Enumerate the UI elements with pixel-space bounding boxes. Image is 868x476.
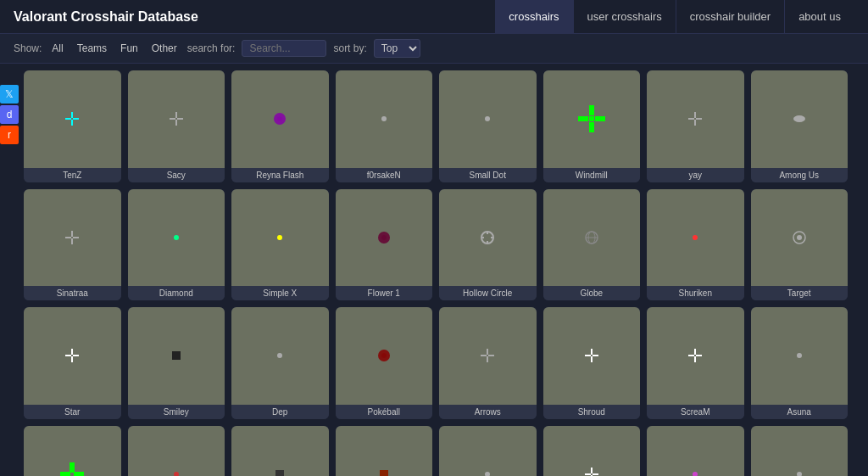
card-image-11 (336, 189, 433, 287)
card-ScreaM[interactable]: ScreaM (647, 307, 744, 419)
svg-point-9 (277, 116, 282, 121)
svg-rect-51 (481, 355, 487, 356)
card-label-22: ScreaM (647, 405, 744, 419)
nav-about[interactable]: about us (784, 0, 854, 34)
card-29[interactable] (543, 426, 641, 477)
crosshair-grid: TenZ Sacy Reyna Flash f0rsakeN Small Dot… (24, 70, 848, 476)
card-label-4: Small Dot (439, 168, 537, 182)
svg-rect-0 (71, 112, 73, 118)
card-image-14 (647, 189, 744, 287)
svg-rect-14 (578, 116, 588, 121)
card-yay[interactable]: yay (647, 70, 744, 182)
card-Shuriken[interactable]: Shuriken (647, 189, 744, 301)
svg-rect-49 (487, 349, 488, 355)
card-label-14: Shuriken (647, 286, 744, 300)
card-Arrows[interactable]: Arrows (439, 307, 537, 419)
svg-point-29 (381, 235, 387, 240)
svg-rect-62 (70, 462, 75, 473)
card-label-21: Shroud (543, 405, 641, 419)
card-Pokéball[interactable]: Pokéball (336, 307, 433, 419)
svg-point-10 (381, 116, 387, 121)
sort-label: sort by: (333, 42, 366, 54)
header: Valorant Crosshair Database crosshairs u… (0, 0, 868, 34)
filter-teams[interactable]: Teams (74, 41, 110, 56)
card-image-30 (647, 426, 744, 477)
svg-rect-73 (593, 473, 598, 475)
card-26[interactable] (231, 426, 329, 477)
card-Hollow Circle[interactable]: Hollow Circle (439, 189, 537, 301)
card-image-29 (543, 426, 641, 477)
svg-rect-18 (694, 120, 696, 126)
card-image-1 (128, 70, 225, 168)
filter-all[interactable]: All (48, 41, 66, 56)
card-image-21 (543, 307, 641, 405)
twitter-button[interactable]: 𝕏 (0, 85, 19, 104)
card-Sinatraa[interactable]: Sinatraa (24, 189, 121, 301)
svg-rect-12 (589, 105, 594, 115)
svg-point-61 (797, 353, 802, 358)
card-image-0 (24, 70, 121, 168)
card-Flower 1[interactable]: Flower 1 (336, 189, 433, 301)
svg-rect-34 (491, 237, 493, 238)
svg-rect-31 (487, 232, 488, 234)
svg-rect-16 (589, 116, 594, 121)
svg-rect-20 (696, 118, 702, 120)
nav-user-crosshairs[interactable]: user crosshairs (573, 0, 676, 34)
card-label-7: Among Us (751, 168, 849, 182)
card-27[interactable] (336, 426, 433, 477)
card-Diamond[interactable]: Diamond (128, 189, 225, 301)
filter-other[interactable]: Other (148, 41, 181, 56)
svg-rect-50 (487, 356, 488, 362)
card-image-23 (751, 307, 849, 405)
card-label-13: Globe (543, 286, 641, 300)
nav-crosshairs[interactable]: crosshairs (495, 0, 572, 34)
svg-rect-42 (71, 356, 73, 362)
svg-rect-23 (71, 238, 73, 244)
card-Shroud[interactable]: Shroud (543, 307, 641, 419)
svg-rect-43 (65, 355, 71, 356)
card-31[interactable] (751, 426, 849, 477)
card-30[interactable] (647, 426, 744, 477)
svg-rect-56 (593, 355, 598, 356)
card-28[interactable] (439, 426, 537, 477)
search-input[interactable] (242, 40, 326, 57)
card-Dep[interactable]: Dep (231, 307, 329, 419)
card-image-8 (24, 189, 121, 287)
card-Windmill[interactable]: Windmill (543, 70, 641, 182)
card-Reyna Flash[interactable]: Reyna Flash (231, 70, 329, 182)
card-Globe[interactable]: Globe (543, 189, 641, 301)
card-f0rsakeN[interactable]: f0rsakeN (336, 70, 433, 182)
card-image-10 (231, 189, 329, 287)
card-24[interactable] (24, 426, 121, 477)
card-label-20: Arrows (439, 405, 537, 419)
card-Asuna[interactable]: Asuna (751, 307, 849, 419)
svg-rect-54 (591, 356, 593, 362)
card-image-19 (336, 307, 433, 405)
card-label-15: Target (751, 286, 849, 300)
card-image-28 (439, 426, 537, 477)
svg-rect-53 (591, 349, 593, 355)
card-Simple X[interactable]: Simple X (231, 189, 329, 301)
search-label: search for: (187, 42, 236, 54)
card-Sacy[interactable]: Sacy (128, 70, 225, 182)
card-25[interactable] (128, 426, 225, 477)
card-label-10: Simple X (231, 286, 329, 300)
card-Star[interactable]: Star (24, 307, 121, 419)
nav-crosshair-builder[interactable]: crosshair builder (676, 0, 784, 34)
card-Small Dot[interactable]: Small Dot (439, 70, 537, 182)
card-Target[interactable]: Target (751, 189, 849, 301)
filter-fun[interactable]: Fun (117, 41, 142, 56)
svg-rect-22 (71, 231, 73, 237)
reddit-button[interactable]: r (0, 126, 19, 144)
card-Smiley[interactable]: Smiley (128, 307, 225, 419)
card-Among Us[interactable]: Among Us (751, 70, 849, 182)
svg-point-26 (174, 235, 179, 240)
svg-rect-15 (595, 116, 605, 121)
svg-rect-5 (175, 120, 177, 126)
sort-select[interactable]: Top New Hot (374, 39, 420, 58)
svg-rect-13 (589, 122, 594, 132)
card-TenZ[interactable]: TenZ (24, 70, 121, 182)
discord-button[interactable]: d (0, 105, 19, 124)
toolbar: Show: All Teams Fun Other search for: so… (0, 34, 868, 64)
svg-rect-45 (172, 351, 181, 360)
